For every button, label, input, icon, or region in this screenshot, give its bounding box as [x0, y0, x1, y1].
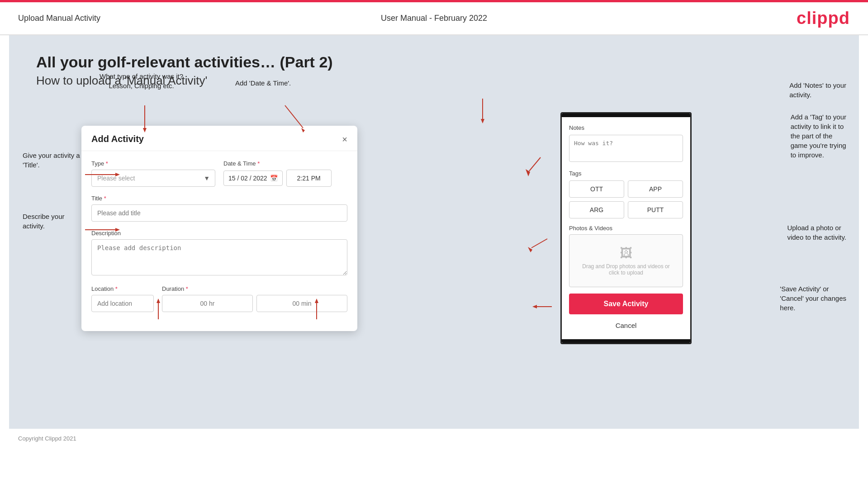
svg-marker-19	[532, 305, 537, 308]
duration-mins-input[interactable]	[256, 295, 347, 312]
phone-panel: Notes Tags OTT APP ARG PUTT Photos & Vid…	[560, 112, 692, 344]
header: Upload Manual Activity User Manual - Feb…	[0, 2, 868, 35]
duration-inputs	[162, 295, 347, 312]
tag-ott[interactable]: OTT	[569, 180, 624, 198]
modal-header: Add Activity ×	[81, 126, 357, 151]
location-group: Location *	[91, 285, 154, 312]
copyright: Copyright Clippd 2021	[18, 435, 76, 442]
photos-drag-text: Drag and Drop photos and videos or click…	[582, 263, 669, 276]
svg-marker-15	[526, 169, 530, 176]
page-title: All your golf-relevant activities… (Part…	[36, 53, 832, 71]
duration-group: Duration *	[162, 285, 347, 312]
annotation-describe: Describe your activity.	[23, 212, 65, 231]
photos-section: Photos & Videos 🖼 Drag and Drop photos a…	[569, 225, 683, 287]
duration-hours-input[interactable]	[162, 295, 253, 312]
title-group: Title *	[91, 195, 347, 222]
description-group: Description	[91, 230, 347, 277]
modal-title: Add Activity	[91, 134, 144, 144]
photos-dropzone[interactable]: 🖼 Drag and Drop photos and videos or cli…	[569, 234, 683, 287]
type-group: Type * Please select ▼	[91, 160, 215, 187]
annotation-what-type: What type of activity was it? Lesson, Ch…	[100, 71, 183, 90]
tags-label: Tags	[569, 170, 683, 177]
svg-marker-17	[528, 247, 532, 252]
annotation-save-cancel: 'Save Activity' or 'Cancel' your changes…	[780, 284, 846, 313]
title-label: Title *	[91, 195, 347, 202]
location-duration-row: Location * Duration *	[91, 285, 347, 312]
photos-icon: 🖼	[574, 246, 678, 261]
datetime-group: Date & Time * 15 / 02 / 2022 📅 2:21 PM	[223, 160, 347, 187]
svg-line-2	[285, 105, 303, 128]
location-label: Location *	[91, 285, 154, 292]
calendar-icon: 📅	[270, 175, 278, 182]
manual-label: User Manual - February 2022	[381, 14, 487, 23]
logo: clippd	[797, 9, 850, 28]
footer: Copyright Clippd 2021	[0, 429, 868, 448]
datetime-required: *	[257, 160, 260, 167]
modal-close-button[interactable]: ×	[342, 135, 347, 144]
duration-label: Duration *	[162, 285, 347, 292]
type-required: *	[106, 160, 108, 167]
type-datetime-row: Type * Please select ▼ Date & Time *	[91, 160, 347, 187]
notes-label: Notes	[569, 124, 683, 131]
tag-arg[interactable]: ARG	[569, 201, 624, 218]
photos-label: Photos & Videos	[569, 225, 683, 232]
tag-putt[interactable]: PUTT	[628, 201, 683, 218]
svg-line-14	[529, 157, 541, 171]
datetime-label: Date & Time *	[223, 160, 347, 167]
cancel-button[interactable]: Cancel	[569, 319, 683, 332]
annotation-add-notes: Add 'Notes' to your activity.	[789, 81, 846, 99]
main-content: All your golf-relevant activities… (Part…	[9, 35, 859, 429]
annotation-upload-photo: Upload a photo or video to the activity.	[787, 223, 846, 242]
date-value: 15 / 02 / 2022	[228, 175, 267, 182]
type-select[interactable]: Please select	[91, 170, 215, 187]
annotation-give-title: Give your activity a 'Title'.	[23, 151, 80, 170]
annotation-add-datetime: Add 'Date & Time'.	[235, 78, 291, 88]
date-input[interactable]: 15 / 02 / 2022 📅	[223, 171, 283, 186]
title-input[interactable]	[91, 204, 347, 222]
description-textarea[interactable]	[91, 239, 347, 275]
page-label: Upload Manual Activity	[18, 14, 100, 23]
location-input[interactable]	[91, 295, 154, 312]
annotation-add-tag: Add a 'Tag' to your activity to link it …	[791, 112, 846, 160]
phone-panel-inner: Notes Tags OTT APP ARG PUTT Photos & Vid…	[562, 117, 690, 339]
save-activity-button[interactable]: Save Activity	[569, 294, 683, 314]
type-label: Type *	[91, 160, 215, 167]
tags-grid: OTT APP ARG PUTT	[569, 180, 683, 218]
datetime-inputs: 15 / 02 / 2022 📅 2:21 PM	[223, 170, 347, 187]
phone-top-bar	[562, 114, 690, 117]
notes-textarea[interactable]	[569, 135, 683, 162]
tag-app[interactable]: APP	[628, 180, 683, 198]
time-input[interactable]: 2:21 PM	[286, 170, 332, 187]
location-required: *	[115, 285, 118, 292]
phone-bottom-bar	[562, 339, 690, 343]
modal-body: Type * Please select ▼ Date & Time *	[81, 151, 357, 331]
type-select-wrapper: Please select ▼	[91, 170, 215, 187]
description-label: Description	[91, 230, 347, 237]
title-required: *	[104, 195, 106, 202]
add-activity-modal: Add Activity × Type * Please select ▼	[81, 126, 357, 331]
svg-marker-13	[481, 119, 484, 123]
svg-line-16	[531, 239, 547, 248]
duration-required: *	[186, 285, 188, 292]
